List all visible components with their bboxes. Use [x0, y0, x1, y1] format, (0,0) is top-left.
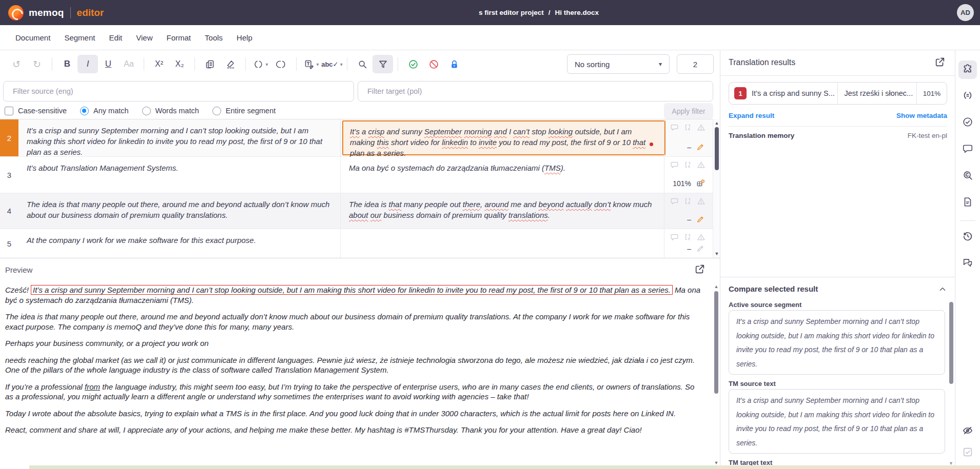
- open-preview-window-icon[interactable]: [694, 263, 707, 276]
- undo-button[interactable]: ↺: [6, 55, 27, 73]
- misspelled-word: morning: [464, 127, 492, 136]
- rail-item-eye-off[interactable]: [958, 422, 977, 441]
- case-sensitive-checkbox[interactable]: Case-sensitive: [5, 107, 67, 115]
- confirm-segment-button[interactable]: [403, 55, 423, 73]
- rail-item-history[interactable]: [958, 228, 977, 247]
- superscript-button[interactable]: X²: [149, 55, 169, 73]
- subscript-button[interactable]: X₂: [169, 55, 190, 73]
- apply-filter-button[interactable]: Apply filter: [664, 103, 713, 119]
- any-match-radio[interactable]: Any match: [80, 107, 129, 115]
- comment-icon[interactable]: [670, 233, 679, 241]
- redo-button[interactable]: ↻: [27, 55, 47, 73]
- entire-segment-radio[interactable]: Entire segment: [212, 107, 276, 115]
- target-cell[interactable]: It’s a crisp and sunny September morning…: [342, 120, 665, 155]
- underline-button[interactable]: U: [98, 55, 119, 73]
- source-cell[interactable]: It’s about Translation Management System…: [18, 157, 341, 193]
- translation-memory-row: Translation memory FK-test en-pl: [729, 132, 947, 139]
- menu-document[interactable]: Document: [15, 33, 50, 42]
- radio-icon[interactable]: [142, 107, 151, 115]
- preview-scrollbar[interactable]: ▲ ▼: [713, 258, 720, 469]
- rail-item-document[interactable]: [958, 194, 977, 212]
- menu-view[interactable]: View: [136, 33, 152, 42]
- split-join-icon[interactable]: [683, 123, 692, 132]
- change-case-button[interactable]: Aa: [119, 55, 139, 73]
- source-cell[interactable]: The idea is that many people out there, …: [18, 193, 341, 229]
- rail-item-comment[interactable]: [958, 140, 977, 159]
- segment-number[interactable]: 3: [0, 157, 18, 193]
- menu-edit[interactable]: Edit: [109, 33, 122, 42]
- preview-text: If you’re a professional: [5, 382, 85, 391]
- source-cell[interactable]: It’s a crisp and sunny September morning…: [18, 119, 341, 156]
- radio-icon[interactable]: [212, 107, 221, 115]
- insert-all-tags-button[interactable]: [271, 55, 291, 73]
- collapse-section-icon[interactable]: [938, 284, 947, 294]
- scrollbar-thumb[interactable]: [714, 291, 718, 394]
- split-join-icon[interactable]: [683, 197, 692, 206]
- menu-tools[interactable]: Tools: [205, 33, 223, 42]
- menu-segment[interactable]: Segment: [64, 33, 95, 42]
- insert-tag-button[interactable]: ▾: [250, 55, 271, 73]
- scroll-down-icon[interactable]: ▼: [713, 251, 720, 256]
- split-join-icon[interactable]: [683, 160, 692, 169]
- radio-selected-icon[interactable]: [80, 107, 89, 115]
- comment-icon[interactable]: [670, 197, 679, 206]
- avatar[interactable]: AD: [957, 4, 974, 21]
- segment-number[interactable]: 4: [0, 193, 18, 229]
- filter-button[interactable]: [373, 55, 393, 73]
- scrollbar-thumb[interactable]: [715, 127, 719, 170]
- filter-target-input[interactable]: [358, 81, 713, 101]
- menu-help[interactable]: Help: [237, 33, 252, 42]
- translation-result-item[interactable]: 1 It’s a crisp and sunny S... Jest rześk…: [729, 82, 947, 105]
- rail-item-checkbox[interactable]: [958, 444, 977, 462]
- lock-segment-button[interactable]: [444, 55, 464, 73]
- scroll-down-icon[interactable]: ▼: [713, 460, 720, 465]
- breadcrumb-file[interactable]: Hi there.docx: [555, 9, 599, 16]
- segment-number[interactable]: 2: [0, 119, 18, 156]
- segment-number-box[interactable]: 2: [677, 54, 714, 74]
- rail-item-qa-check[interactable]: [958, 114, 977, 132]
- italic-button[interactable]: I: [77, 55, 98, 73]
- preview-text: needs reaching the global market (as we …: [5, 356, 695, 375]
- comment-icon[interactable]: [670, 160, 679, 169]
- comment-icon: [962, 143, 973, 156]
- gear-icon[interactable]: [696, 178, 705, 188]
- breadcrumb-project[interactable]: s first editor project: [479, 9, 544, 16]
- target-cell[interactable]: [341, 229, 664, 258]
- preview-text: Today I wrote about the absolute basics,…: [5, 409, 676, 418]
- show-metadata-link[interactable]: Show metadata: [896, 112, 947, 119]
- source-cell[interactable]: At the company I work for we make softwa…: [18, 229, 341, 258]
- rail-item-chat[interactable]: [958, 255, 977, 273]
- grid-scrollbar[interactable]: ▲ ▼: [713, 119, 720, 258]
- results-header: Translation results: [720, 50, 955, 76]
- rail-item-link-brackets[interactable]: [958, 87, 977, 106]
- search-button[interactable]: [352, 55, 373, 73]
- open-results-window-icon[interactable]: [934, 56, 947, 69]
- expand-result-link[interactable]: Expand result: [729, 112, 774, 119]
- scrollbar-thumb[interactable]: [949, 302, 953, 384]
- segment-number[interactable]: 5: [0, 229, 18, 258]
- preview-paragraph: Today I wrote about the absolute basics,…: [5, 409, 702, 419]
- scroll-up-icon[interactable]: ▲: [713, 284, 720, 289]
- scroll-up-icon[interactable]: ▲: [713, 120, 720, 126]
- clear-formatting-button[interactable]: [220, 55, 241, 73]
- toolbar-divider: [52, 57, 52, 71]
- comment-icon[interactable]: [670, 123, 679, 132]
- split-join-icon[interactable]: [683, 233, 692, 241]
- menu-format[interactable]: Format: [167, 33, 191, 42]
- match-rate: 101%: [673, 179, 691, 188]
- words-match-radio[interactable]: Words match: [142, 107, 199, 115]
- brand-name: memoq: [29, 7, 64, 18]
- rail-item-puzzle[interactable]: [958, 60, 977, 79]
- edit-source-button[interactable]: ▾: [301, 55, 322, 73]
- segment-status-cell: –: [664, 119, 710, 156]
- checkbox-icon[interactable]: [5, 107, 13, 115]
- target-cell[interactable]: The idea is that many people out there, …: [341, 193, 664, 229]
- sorting-select[interactable]: No sorting ▾: [567, 54, 670, 74]
- bold-button[interactable]: B: [57, 55, 77, 73]
- filter-source-input[interactable]: [3, 81, 354, 101]
- copy-source-button[interactable]: [200, 55, 220, 73]
- reject-segment-button[interactable]: [423, 55, 444, 73]
- spellcheck-button[interactable]: abc✓ ▾: [322, 55, 342, 73]
- target-cell[interactable]: Ma ona być o systemach do zarządzania tł…: [341, 157, 664, 193]
- rail-item-concordance[interactable]: [958, 167, 977, 186]
